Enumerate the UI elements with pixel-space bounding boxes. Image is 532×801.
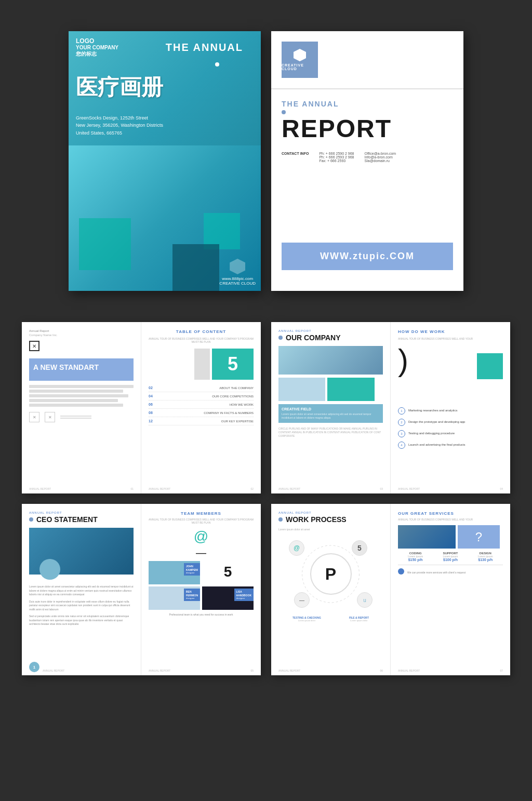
node-at: @ bbox=[289, 540, 304, 556]
spread3-right: TEAM MEMBERS ANNUAL TOUR OF BUSINESS COM… bbox=[141, 504, 261, 675]
ceo-body-3: Sed ut perspiciatis unde omnis iste natu… bbox=[29, 615, 134, 626]
top-row: LOGO YOUR COMPANY 您的标志 THE ANNUAL 医疗画册 G… bbox=[0, 0, 532, 312]
toc-number-box: 5 bbox=[149, 349, 254, 380]
footer-icon-2: ✕ bbox=[45, 412, 55, 422]
step-num-2: 2 bbox=[398, 419, 405, 426]
contact-label: CONTACT INFO bbox=[282, 152, 309, 163]
creative-label: CREATIVE bbox=[482, 389, 495, 392]
services-bottom-note: We can provide more services with client… bbox=[407, 571, 466, 574]
spread-3: ANNUAL REPORT CEO STATEMENT Lorem ipsum … bbox=[22, 504, 261, 675]
deco-line bbox=[398, 565, 503, 565]
lab-square-teal bbox=[79, 218, 131, 270]
step-text-2: Design the prototype and developing app bbox=[408, 419, 465, 423]
services-img-row: ? bbox=[398, 525, 503, 549]
cover-top-bar: LOGO YOUR COMPANY 您的标志 THE ANNUAL bbox=[69, 31, 261, 63]
step-item-2: 2 Design the prototype and developing ap… bbox=[398, 419, 503, 426]
team-header: TEAM MEMBERS bbox=[149, 511, 254, 516]
teal-accent-box bbox=[327, 378, 374, 401]
toc-item-1: 02 ABOUT THE COMPANY bbox=[149, 384, 254, 392]
cover-address: GreenSocks Design, 1252th Street New Jer… bbox=[76, 114, 163, 137]
step-num-1: 1 bbox=[398, 407, 405, 415]
spread2-right: HOW DO WE WORK ANNUAL TOUR OF BUSINESS C… bbox=[391, 322, 510, 493]
services-labels: CODING Lorem ipsum $150 p/h SUPPORT Lore… bbox=[398, 552, 503, 562]
dash-symbol: — bbox=[149, 547, 254, 559]
step-text-4: Launch and advertising the final product… bbox=[408, 442, 465, 446]
s3-left-footer: ANNUAL REPORT bbox=[43, 669, 134, 672]
spread-2: ANNUAL REPORT OUR COMPANY CREATIVE FIELD… bbox=[271, 322, 510, 493]
team-card-3: LISA HANDBOOK designer bbox=[202, 586, 254, 610]
contact-emails: Office@a-bron.com Info@a-bron.com Sla@do… bbox=[365, 152, 396, 163]
x-icon: ✕ bbox=[29, 341, 39, 351]
team-name-3: LISA HANDBOOK designer bbox=[234, 589, 254, 601]
spread4-right: OUR GREAT SERVICES ANNUAL TOUR OF BUSINE… bbox=[391, 504, 510, 675]
team-caption: Professional team is what you need for s… bbox=[149, 613, 254, 616]
step-num-3: 3 bbox=[398, 430, 405, 437]
s1-company-name: Company Name Inc. bbox=[29, 333, 134, 337]
bottom-note-row: We can provide more services with client… bbox=[398, 568, 503, 575]
center-circle: P bbox=[310, 553, 352, 595]
cover-address-line3: United States, 665765 bbox=[76, 129, 163, 137]
s4-section-main: WORK PROCESS bbox=[286, 515, 347, 524]
step-text-1: Marketing researches and analytics bbox=[408, 407, 457, 412]
badge-hex-icon bbox=[230, 259, 245, 274]
s2-right-sub: ANNUAL TOUR OF BUSINESS COMPRISES WELL A… bbox=[398, 337, 503, 341]
spread1-left: Annual Report Company Name Inc. ✕ A NEW … bbox=[22, 322, 141, 493]
node-dash: — bbox=[294, 592, 310, 608]
blue-dot bbox=[282, 110, 286, 114]
s1-left-footer: ANNUAL REPORT 01 bbox=[29, 487, 134, 490]
s2-section-main: OUR COMPANY bbox=[286, 333, 341, 342]
spread2-left: ANNUAL REPORT OUR COMPANY CREATIVE FIELD… bbox=[271, 322, 391, 493]
s4-left-footer: ANNUAL REPORT 06 bbox=[278, 669, 383, 672]
s4-section-title: WORK PROCESS bbox=[278, 515, 383, 524]
s4-right-footer: ANNUAL REPORT 07 bbox=[398, 669, 503, 672]
logo-chinese: 您的标志 bbox=[76, 51, 118, 57]
body-line-2 bbox=[29, 390, 123, 393]
ceo-page-num: 1 bbox=[29, 662, 39, 672]
report-report-text: REPORT bbox=[282, 116, 453, 141]
services-header: OUR GREAT SERVICES bbox=[398, 511, 503, 516]
toc-item-3: 06 HOW WE WORK bbox=[149, 401, 254, 409]
process-labels: TESTING & CHECKING Lorem ipsum dolor FIL… bbox=[278, 616, 383, 622]
step-text-3: Testing and debugging procedure bbox=[408, 430, 455, 435]
s2-right-header: HOW DO WE WORK bbox=[398, 329, 503, 334]
report-contact: CONTACT INFO Ph: + 666 2590 2 968 Ph: + … bbox=[282, 152, 453, 163]
step-item-1: 1 Marketing researches and analytics bbox=[398, 407, 503, 415]
spread-1: Annual Report Company Name Inc. ✕ A NEW … bbox=[22, 322, 261, 493]
lab-square-dark bbox=[172, 244, 219, 291]
report-cover: CREATIVE CLOUD THE ANNUAL REPORT CONTACT… bbox=[271, 31, 463, 291]
teal-square-right: CREATIVE bbox=[477, 353, 503, 379]
step-item-4: 4 Launch and advertising the final produ… bbox=[398, 442, 503, 449]
toc-item-4: 08 COMPANY IN FACTS & NUMBERS bbox=[149, 409, 254, 417]
new-standart-title: A NEW STANDART bbox=[33, 364, 129, 371]
cover-bottom-badge: www.888pic.com CREATIVE CLOUD bbox=[219, 259, 256, 286]
cover-chinese-title: 医疗画册 bbox=[76, 73, 163, 102]
blue-block: A NEW STANDART bbox=[29, 358, 134, 381]
inner-pages-section: Annual Report Company Name Inc. ✕ A NEW … bbox=[0, 312, 532, 691]
label-file: FILE & REPORT Lorem ipsum dolor bbox=[349, 616, 369, 622]
step-list: 1 Marketing researches and analytics 2 D… bbox=[398, 407, 503, 449]
ceo-body-2: Duis aute irure dolor in reprehenderit i… bbox=[29, 600, 134, 612]
company-row bbox=[278, 378, 383, 401]
body-line-3 bbox=[29, 394, 128, 397]
s2-section-title: OUR COMPANY bbox=[278, 333, 383, 342]
s1-annual-label: Annual Report bbox=[29, 329, 134, 332]
services-sub: ANNUAL TOUR OF BUSINESS COMPRISES WELL A… bbox=[398, 518, 503, 521]
s3-section-title: CEO STATEMENT bbox=[29, 515, 134, 524]
toc-item-2: 04 OUR CORE COMPETITIONS bbox=[149, 392, 254, 401]
spread1-right: TABLE OF CONTENT ANNUAL TOUR OF BUSINESS… bbox=[141, 322, 261, 493]
cover-dot bbox=[215, 62, 219, 66]
report-cover-body: THE ANNUAL REPORT CONTACT INFO Ph: + 666… bbox=[271, 89, 463, 183]
team-name-2: BEN FERMION designer bbox=[184, 589, 200, 601]
cover-book: LOGO YOUR COMPANY 您的标志 THE ANNUAL 医疗画册 G… bbox=[69, 31, 261, 291]
at-symbol: @ bbox=[149, 528, 254, 545]
circle-accent bbox=[39, 559, 60, 580]
s3-blue-dot bbox=[29, 517, 33, 522]
spread3-left: ANNUAL REPORT CEO STATEMENT Lorem ipsum … bbox=[22, 504, 141, 675]
logo-text: LOGO bbox=[76, 37, 118, 45]
bottom-caption: CIRCLE PURLINS AND OF MANY PUBLICATIONS … bbox=[278, 427, 383, 438]
creative-cloud-label: CREATIVE CLOUD bbox=[282, 63, 318, 71]
toc-big-number: 5 bbox=[212, 349, 254, 380]
s1-right-footer: ANNUAL REPORT 02 bbox=[149, 487, 254, 490]
report-dot-line bbox=[282, 110, 453, 114]
hex-icon bbox=[294, 49, 306, 61]
